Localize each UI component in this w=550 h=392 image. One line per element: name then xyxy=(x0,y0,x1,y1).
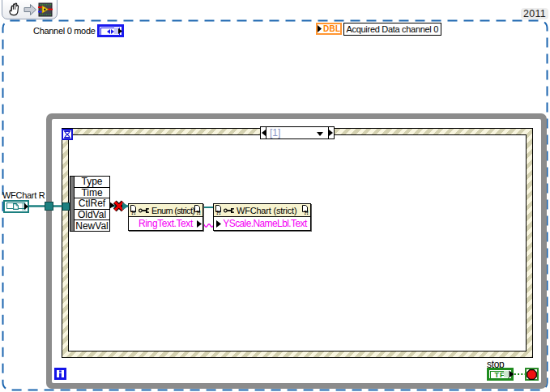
operate-hand-icon[interactable] xyxy=(6,2,22,17)
event-data-field[interactable]: Time xyxy=(74,188,109,199)
event-data-field[interactable]: OldVal xyxy=(74,210,109,221)
error-in-icon: ?! xyxy=(130,211,135,215)
event-data-field[interactable]: NewVal xyxy=(74,220,109,231)
acquired-data-label[interactable]: Acquired Data channel 0 xyxy=(343,23,441,36)
vi-snippet-icon[interactable] xyxy=(38,2,53,17)
property-node-class-name: Enum (strict) xyxy=(151,206,194,215)
error-out-icon: ?! xyxy=(195,211,200,215)
event-data-field[interactable]: CtlRef xyxy=(74,198,109,210)
enum-control-terminal[interactable] xyxy=(97,24,124,37)
refnum-page-icon xyxy=(13,203,19,210)
event-data-node[interactable]: Type Time CtlRef OldVal NewVal xyxy=(70,176,110,232)
dbl-type-text: DBL xyxy=(323,24,340,33)
property-node-enum[interactable]: ?! Enum (strict) ?! RingText.Text xyxy=(128,203,203,231)
property-row-yscale[interactable]: YScale.NameLbl.Text xyxy=(214,217,310,230)
hourglass-icon xyxy=(63,130,71,138)
event-data-field[interactable]: Type xyxy=(74,177,109,188)
stop-boolean-terminal[interactable]: TF xyxy=(487,368,514,381)
dbl-indicator-terminal[interactable]: DBL xyxy=(316,23,342,35)
channel-mode-label[interactable]: Channel 0 mode xyxy=(33,26,96,36)
property-row-ringtext[interactable]: RingText.Text xyxy=(129,217,203,230)
property-key-icon xyxy=(224,207,234,214)
version-text: 2011 xyxy=(523,8,546,19)
event-structure-border[interactable] xyxy=(62,128,533,358)
labview-block-diagram: 2011 Channel 0 mode WFChart R stop DBL A… xyxy=(0,0,550,392)
event-prev-button[interactable] xyxy=(260,126,266,139)
refnum-terminal-arrow xyxy=(24,203,28,210)
iteration-glyph xyxy=(57,370,64,378)
property-node-class-name: WFChart (strict) xyxy=(237,206,296,215)
refnum-inner-box xyxy=(6,202,25,209)
error-in-icon: ?! xyxy=(215,211,220,215)
property-write-arrow xyxy=(216,220,221,228)
loop-condition-terminal[interactable] xyxy=(525,368,539,381)
property-node-wfchart[interactable]: ?! WFChart (strict) ?! YScale.NameLbl.Te… xyxy=(213,203,311,231)
event-structure-interior xyxy=(68,134,527,352)
event-selector: [1] xyxy=(260,126,335,139)
dbl-terminal-arrow xyxy=(318,25,322,32)
property-node-enum-header: ?! Enum (strict) ?! xyxy=(129,204,203,217)
run-arrow-icon[interactable] xyxy=(23,3,37,16)
snippet-toolbar xyxy=(2,0,58,19)
property-read-arrow xyxy=(197,220,202,228)
event-case-label: [1] xyxy=(270,127,280,138)
event-case-dropdown[interactable]: [1] xyxy=(266,126,328,139)
wfchart-ref-label[interactable]: WFChart R xyxy=(2,190,47,200)
stop-sign-icon xyxy=(527,369,537,380)
enum-terminal-arrow xyxy=(118,28,122,34)
event-timeout-terminal[interactable] xyxy=(62,129,73,140)
event-next-button[interactable] xyxy=(328,126,335,139)
version-badge: 2011 xyxy=(521,8,548,19)
dropdown-arrow-icon xyxy=(317,132,323,136)
tf-terminal-strip xyxy=(504,371,509,377)
property-key-icon xyxy=(139,207,149,214)
property-node-wfchart-header: ?! WFChart (strict) ?! xyxy=(214,204,310,217)
wfchart-refnum-terminal[interactable] xyxy=(3,200,29,213)
error-out-icon: ?! xyxy=(303,211,308,215)
